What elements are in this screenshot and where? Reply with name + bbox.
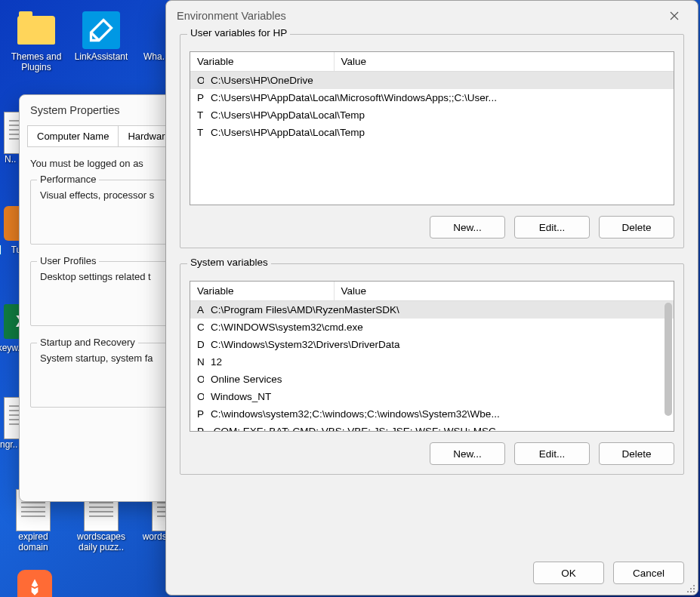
group-legend: Performance (37, 174, 99, 185)
group-legend: System variables (187, 257, 271, 268)
sys-delete-button[interactable]: Delete (599, 442, 674, 465)
cell-value: Windows_NT (204, 388, 674, 405)
sys-new-button[interactable]: New... (430, 442, 505, 465)
titlebar[interactable]: Environment Variables (166, 1, 698, 31)
cell-variable: TMP (190, 124, 204, 141)
col-value[interactable]: Value (334, 282, 674, 301)
table-row[interactable]: OneDriveC:\Users\HP\OneDrive (190, 72, 674, 89)
cell-value: C:\Program Files\AMD\RyzenMasterSDK\ (204, 301, 674, 319)
table-row[interactable]: TEMPC:\Users\HP\AppData\Local\Temp (190, 106, 674, 124)
user-variables-group: User variables for HP Variable Value One… (180, 34, 684, 248)
table-row[interactable]: AMDRMSDKPATHC:\Program Files\AMD\RyzenMa… (190, 301, 674, 319)
environment-variables-window: Environment Variables User variables for… (165, 0, 698, 595)
cell-variable: OneDrive (190, 72, 204, 89)
icon-label: wordscapes daily puzz.. (71, 531, 131, 553)
resize-grip-icon[interactable] (684, 582, 695, 592)
table-row[interactable]: PathC:\Users\HP\AppData\Local\Microsoft\… (190, 89, 674, 106)
table-row[interactable]: OSWindows_NT (190, 388, 674, 405)
cell-value: C:\Users\HP\AppData\Local\Temp (204, 106, 674, 124)
cell-variable: TEMP (190, 106, 204, 124)
group-legend: Startup and Recovery (37, 337, 138, 348)
cell-value: C:\Users\HP\AppData\Local\Temp (204, 124, 674, 141)
table-row[interactable]: TMPC:\Users\HP\AppData\Local\Temp (190, 124, 674, 141)
ok-button[interactable]: OK (533, 562, 604, 584)
desktop-icon-themes[interactable]: Themes and Plugins (6, 11, 66, 73)
group-legend: User Profiles (37, 255, 99, 266)
table-row[interactable]: OnlineServicesOnline Services (190, 371, 674, 388)
cell-variable: OS (190, 388, 204, 405)
cell-variable: PATHEXT (190, 423, 204, 431)
folder-icon (17, 11, 56, 50)
icon-label: Themes and Plugins (6, 51, 66, 73)
col-value[interactable]: Value (334, 52, 674, 72)
col-variable[interactable]: Variable (190, 52, 334, 72)
app-icon (15, 568, 54, 597)
col-variable[interactable]: Variable (190, 282, 334, 301)
cell-variable: NUMBER_OF_PROCESSORS (190, 353, 204, 371)
system-variables-group: System variables Variable Value AMDRMSDK… (180, 263, 684, 475)
table-row[interactable]: NUMBER_OF_PROCESSORS12 (190, 353, 674, 371)
cell-value: .COM;.EXE;.BAT;.CMD;.VBS;.VBE;.JS;.JSE;.… (204, 423, 674, 431)
cell-variable: Path (190, 89, 204, 106)
cell-variable: DriverData (190, 336, 204, 353)
cell-variable: AMDRMSDKPATH (190, 301, 204, 319)
scrollbar-thumb[interactable] (665, 303, 672, 416)
group-legend: User variables for HP (187, 27, 290, 38)
cell-variable: ComSpec (190, 319, 204, 336)
cancel-button[interactable]: Cancel (613, 562, 684, 584)
cell-value: C:\WINDOWS\system32\cmd.exe (204, 319, 674, 336)
icon-label: expired domain (3, 531, 63, 553)
cell-variable: Path (190, 405, 204, 423)
cell-value: C:\Users\HP\OneDrive (204, 72, 674, 89)
window-title: Environment Variables (177, 10, 286, 22)
system-variables-table[interactable]: Variable Value AMDRMSDKPATHC:\Program Fi… (190, 281, 674, 432)
window-title: System Properties (30, 104, 119, 116)
cell-value: C:\Users\HP\AppData\Local\Microsoft\Wind… (204, 89, 674, 106)
linkassist-icon (82, 11, 121, 50)
table-row[interactable]: ComSpecC:\WINDOWS\system32\cmd.exe (190, 319, 674, 336)
table-row[interactable]: DriverDataC:\Windows\System32\Drivers\Dr… (190, 336, 674, 353)
icon-label: LinkAssistant (75, 51, 128, 62)
cell-value: C:\Windows\System32\Drivers\DriverData (204, 336, 674, 353)
table-row[interactable]: PathC:\windows\system32;C:\windows;C:\wi… (190, 405, 674, 423)
user-variables-table[interactable]: Variable Value OneDriveC:\Users\HP\OneDr… (190, 51, 674, 205)
user-delete-button[interactable]: Delete (599, 216, 674, 238)
user-new-button[interactable]: New... (430, 216, 505, 238)
table-row[interactable]: PATHEXT.COM;.EXE;.BAT;.CMD;.VBS;.VBE;.JS… (190, 423, 674, 431)
close-icon[interactable] (657, 5, 692, 27)
shortcut-arrow-icon: ↗ (0, 245, 2, 255)
tab-computer-name[interactable]: Computer Name (27, 125, 119, 146)
cell-value: 12 (204, 353, 674, 371)
cell-value: C:\windows\system32;C:\windows;C:\window… (204, 405, 674, 423)
cell-variable: OnlineServices (190, 371, 204, 388)
desktop-icon-app2[interactable] (5, 568, 65, 597)
sys-edit-button[interactable]: Edit... (514, 442, 590, 465)
user-edit-button[interactable]: Edit... (514, 216, 590, 238)
desktop-icon-linkassist[interactable]: LinkAssistant (71, 11, 131, 62)
cell-value: Online Services (204, 371, 674, 388)
dialog-footer: OK Cancel (166, 557, 698, 595)
